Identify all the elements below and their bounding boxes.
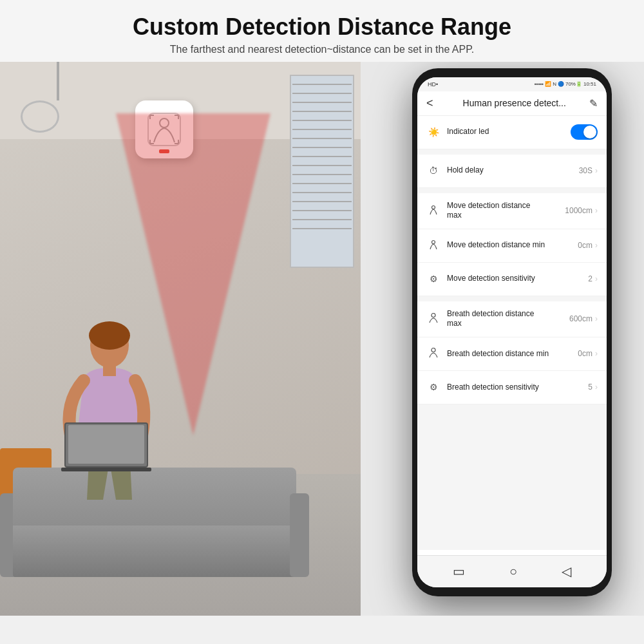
separator-1 bbox=[417, 149, 607, 155]
move-dist-min-arrow: › bbox=[595, 241, 598, 250]
breath-dist-max-icon bbox=[426, 313, 440, 325]
page-subtitle: The farthest and nearest detection~dista… bbox=[13, 44, 631, 55]
status-bar: HD• ▪▪▪▪▪ 📶 N 🔵 70%🔋 10:51 bbox=[417, 77, 607, 91]
window-blinds bbox=[290, 75, 354, 268]
breath-dist-min-value: 0cm bbox=[578, 349, 592, 358]
breath-sensitivity-arrow: › bbox=[595, 383, 598, 392]
hold-delay-label: Hold delay bbox=[447, 166, 579, 176]
hold-delay-icon: ⏱ bbox=[426, 166, 440, 176]
wifi-icon: 📶 bbox=[545, 81, 551, 87]
move-sensitivity-value: 2 bbox=[588, 274, 592, 283]
settings-item-breath-sensitivity[interactable]: ⚙ Breath detection sensitivity 5 › bbox=[417, 371, 607, 404]
laptop bbox=[64, 422, 148, 474]
status-left: HD• bbox=[428, 81, 438, 88]
move-sensitivity-arrow: › bbox=[595, 274, 598, 283]
move-dist-max-value: 1000cm bbox=[565, 206, 592, 215]
page-header: Custom Detection Distance Range The fart… bbox=[0, 0, 644, 62]
settings-item-breath-dist-min[interactable]: Breath detection distance min 0cm › bbox=[417, 337, 607, 371]
indicator-led-toggle[interactable] bbox=[571, 124, 598, 140]
settings-item-hold-delay[interactable]: ⏱ Hold delay 30S › bbox=[417, 155, 607, 188]
move-sensitivity-label: Move detection sensitivity bbox=[447, 274, 588, 284]
indicator-led-label: Indicator led bbox=[447, 127, 571, 137]
breath-sensitivity-value: 5 bbox=[588, 383, 592, 392]
chandelier bbox=[39, 62, 77, 133]
main-content: HD• ▪▪▪▪▪ 📶 N 🔵 70%🔋 10:51 < bbox=[0, 62, 644, 616]
bottom-nav-bar: ▭ ○ ◁ bbox=[417, 555, 607, 587]
breath-dist-min-icon bbox=[426, 348, 440, 360]
nav-recents-button[interactable]: ▭ bbox=[453, 564, 465, 579]
breath-dist-max-arrow: › bbox=[595, 314, 598, 323]
move-dist-min-label: Move detection distance min bbox=[447, 240, 578, 251]
svg-point-6 bbox=[432, 240, 435, 243]
settings-item-move-dist-max[interactable]: Move detection distancemax 1000cm › bbox=[417, 193, 607, 229]
move-dist-max-label: Move detection distancemax bbox=[447, 201, 565, 221]
breath-dist-min-label: Breath detection distance min bbox=[447, 349, 578, 359]
status-icons: ▪▪▪▪▪ 📶 N 🔵 70%🔋 10:51 bbox=[535, 81, 596, 87]
separator-3 bbox=[417, 296, 607, 301]
settings-item-move-sensitivity[interactable]: ⚙ Move detection sensitivity 2 › bbox=[417, 263, 607, 296]
breath-sensitivity-label: Breath detection sensitivity bbox=[447, 383, 588, 393]
move-dist-min-icon bbox=[426, 240, 440, 252]
settings-item-move-dist-min[interactable]: Move detection distance min 0cm › bbox=[417, 229, 607, 263]
page-container: Custom Detection Distance Range The fart… bbox=[0, 0, 644, 644]
separator-2 bbox=[417, 188, 607, 193]
hold-delay-value: 30S bbox=[579, 166, 592, 175]
phone-container: HD• ▪▪▪▪▪ 📶 N 🔵 70%🔋 10:51 < bbox=[412, 68, 631, 609]
svg-point-8 bbox=[431, 348, 435, 352]
bluetooth-icon: 🔵 bbox=[558, 81, 564, 87]
room-scene bbox=[0, 62, 361, 616]
move-dist-min-value: 0cm bbox=[578, 241, 592, 250]
indicator-led-icon: ☀️ bbox=[426, 127, 440, 137]
nfc-icon: N bbox=[553, 81, 556, 87]
app-title-label: Human presence detect... bbox=[440, 98, 589, 108]
svg-rect-4 bbox=[103, 363, 116, 376]
phone-screen: HD• ▪▪▪▪▪ 📶 N 🔵 70%🔋 10:51 < bbox=[417, 77, 607, 587]
breath-dist-max-label: Breath detection distancemax bbox=[447, 309, 569, 329]
move-sensitivity-icon: ⚙ bbox=[426, 274, 440, 284]
time-display: 10:51 bbox=[583, 81, 596, 87]
breath-dist-max-value: 600cm bbox=[569, 314, 592, 323]
person-figure bbox=[39, 307, 167, 513]
nav-home-button[interactable]: ○ bbox=[509, 564, 517, 579]
phone-device: HD• ▪▪▪▪▪ 📶 N 🔵 70%🔋 10:51 < bbox=[412, 68, 612, 596]
back-button[interactable]: < bbox=[426, 97, 433, 110]
app-header-bar: < Human presence detect... ✎ bbox=[417, 91, 607, 116]
svg-point-3 bbox=[89, 321, 130, 350]
toggle-knob bbox=[583, 126, 596, 138]
svg-point-7 bbox=[431, 313, 435, 317]
move-dist-max-icon bbox=[426, 205, 440, 217]
battery-icon: 70%🔋 bbox=[565, 81, 582, 87]
settings-list: ☀️ Indicator led ⏱ Hold delay 30S bbox=[417, 116, 607, 550]
edit-button[interactable]: ✎ bbox=[589, 97, 598, 109]
page-title: Custom Detection Distance Range bbox=[13, 14, 631, 40]
breath-sensitivity-icon: ⚙ bbox=[426, 382, 440, 392]
settings-item-breath-dist-max[interactable]: Breath detection distancemax 600cm › bbox=[417, 301, 607, 337]
nav-back-button[interactable]: ◁ bbox=[562, 564, 571, 579]
settings-item-indicator-led[interactable]: ☀️ Indicator led bbox=[417, 116, 607, 149]
breath-dist-min-arrow: › bbox=[595, 349, 598, 358]
hold-delay-arrow: › bbox=[595, 166, 598, 175]
signal-icon: ▪▪▪▪▪ bbox=[535, 81, 544, 87]
svg-point-5 bbox=[432, 205, 435, 209]
move-dist-max-arrow: › bbox=[595, 206, 598, 215]
